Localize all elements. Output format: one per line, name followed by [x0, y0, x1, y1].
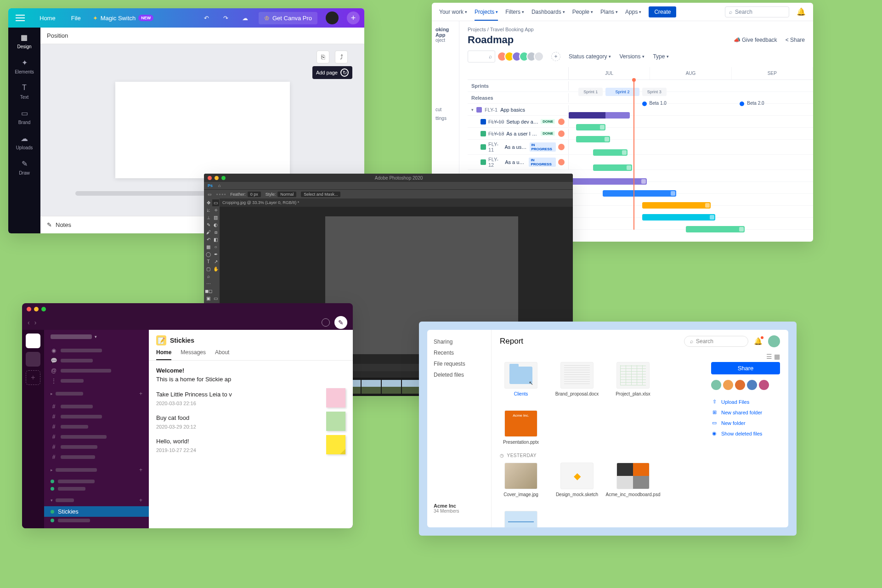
apps-header[interactable]: ▾+: [44, 494, 149, 506]
channel-item[interactable]: #: [44, 452, 149, 462]
sidebar-filerequests[interactable]: File requests: [434, 358, 485, 369]
feather-input[interactable]: 0 px: [248, 192, 261, 197]
sidebar-app-item[interactable]: [44, 517, 149, 524]
sidebar-app-stickies[interactable]: Stickies: [44, 506, 149, 517]
file-item[interactable]: Acme_inc_moodboard.psd: [612, 463, 654, 497]
sidebar-text[interactable]: TText: [19, 83, 29, 100]
tab-home[interactable]: Home: [156, 349, 171, 360]
tab-messages[interactable]: Messages: [181, 349, 206, 360]
minimize-window-icon[interactable]: [34, 307, 39, 311]
blur-tool[interactable]: ○: [212, 243, 219, 250]
dodge-tool[interactable]: ◯: [205, 251, 212, 258]
sticky-note[interactable]: Hello, world!2019-10-27 22:24: [156, 438, 345, 453]
channel-item[interactable]: #: [44, 432, 149, 442]
position-toolbar[interactable]: Position: [40, 28, 364, 44]
story-row[interactable]: FLY-13As a user I can ...DONE: [468, 128, 813, 140]
sidebar-deleted[interactable]: Deleted files: [434, 369, 485, 380]
search-input[interactable]: ⌕Search: [725, 6, 789, 17]
type-filter[interactable]: Type▾: [653, 53, 669, 60]
wand-tool[interactable]: ✧: [212, 207, 219, 214]
view-toggle[interactable]: ☰ ▦: [766, 353, 780, 362]
nav-yourwork[interactable]: Your work▾: [439, 9, 467, 15]
history-brush-tool[interactable]: ↶: [205, 236, 212, 243]
story-bar[interactable]: [593, 149, 627, 156]
duplicate-page-button[interactable]: ⎘: [317, 51, 329, 63]
nav-filters[interactable]: Filters▾: [505, 9, 524, 15]
get-pro-button[interactable]: ♔ Get Canva Pro: [259, 12, 317, 24]
channel-item[interactable]: #: [44, 442, 149, 452]
eyedropper-tool[interactable]: ✎: [205, 221, 212, 228]
channel-name[interactable]: Stickies: [170, 337, 194, 344]
pen-tool[interactable]: ✒: [212, 251, 219, 258]
sidebar-uploads[interactable]: ☁Uploads: [16, 133, 33, 150]
home-icon[interactable]: ⌂: [218, 183, 220, 188]
sidebar-recents[interactable]: Recents: [434, 347, 485, 358]
sidebar-item[interactable]: ◉: [44, 345, 149, 356]
path-tool[interactable]: ↗: [212, 258, 219, 265]
member-avatar[interactable]: [723, 380, 733, 390]
filmstrip-thumb[interactable]: [362, 380, 381, 394]
tab-about[interactable]: About: [215, 349, 229, 360]
action-link[interactable]: ▭New folder: [711, 418, 780, 428]
lasso-tool[interactable]: ⟀: [205, 207, 212, 214]
story-row[interactable]: FLY-11As a user...IN PROGRESS: [468, 140, 813, 155]
minimize-window-icon[interactable]: [215, 176, 219, 180]
zoom-tool[interactable]: ⌕: [205, 273, 212, 280]
account-avatar[interactable]: [768, 335, 780, 347]
dm-item[interactable]: [44, 478, 149, 485]
action-link[interactable]: ⊞New shared folder: [711, 407, 780, 418]
file-item[interactable]: ◆Design_mock.sketch: [556, 463, 598, 497]
sidebar-brand[interactable]: ▭Brand: [18, 108, 31, 125]
story-row[interactable]: FLY-12As a use...IN PROGRESS: [468, 155, 813, 170]
add-workspace[interactable]: +: [26, 370, 40, 385]
maximize-window-icon[interactable]: [41, 307, 46, 311]
ps-logo-icon[interactable]: Ps: [208, 183, 213, 188]
sidebar-item[interactable]: @: [44, 366, 149, 376]
sticky-note[interactable]: Buy cat food2020-03-29 20:12: [156, 414, 345, 430]
assignee-avatar[interactable]: [558, 159, 565, 165]
sidebar-item[interactable]: 💬: [44, 356, 149, 366]
select-and-mask-button[interactable]: Select and Mask...: [301, 192, 340, 197]
story-row[interactable]: FLY-10Setup dev and ...DONE: [468, 116, 813, 128]
team-footer[interactable]: Acme Inc 34 Members: [434, 503, 459, 520]
roadmap-search[interactable]: ⌕: [468, 51, 495, 62]
file-item[interactable]: ↖Clients: [500, 362, 542, 396]
file-item[interactable]: Rollout_map.pdf: [500, 511, 542, 527]
feedback-button[interactable]: 📣 Give feedback: [734, 37, 777, 43]
action-link[interactable]: ◉Show deleted files: [711, 428, 780, 439]
filmstrip-thumb[interactable]: [402, 380, 421, 394]
notifications-icon[interactable]: 🔔: [797, 7, 806, 16]
history-icon[interactable]: [322, 318, 330, 327]
nav-dashboards[interactable]: Dashboards▾: [531, 9, 565, 15]
roadmap-bar[interactable]: [642, 202, 711, 209]
story-bar[interactable]: [576, 124, 605, 130]
roadmap-bar[interactable]: [603, 190, 676, 197]
channel-item[interactable]: #: [44, 412, 149, 422]
member-avatar[interactable]: [747, 380, 757, 390]
redo-button[interactable]: ↷: [220, 12, 231, 23]
file-item[interactable]: Brand_proposal.docx: [556, 362, 598, 396]
sticky-note[interactable]: Take Little Princess Leia to v2020-03-03…: [156, 391, 345, 406]
roadmap-bar[interactable]: [686, 226, 745, 232]
document-tab[interactable]: Cropping.jpg @ 33.3% (Layer 0, RGB/8) *: [220, 198, 573, 207]
cloud-sync-icon[interactable]: ☁: [239, 12, 250, 23]
add-page-button[interactable]: ⤴: [335, 51, 348, 63]
crop-tool[interactable]: ⟂: [205, 214, 212, 221]
shape-tool[interactable]: ▢: [205, 266, 212, 272]
hamburger-icon[interactable]: [16, 17, 25, 18]
marquee-tool-icon[interactable]: ▭: [208, 192, 212, 197]
type-tool[interactable]: T: [205, 258, 212, 265]
sidebar-item[interactable]: ⋮: [44, 376, 149, 386]
file-button[interactable]: File: [68, 13, 85, 23]
heal-tool[interactable]: ◐: [212, 221, 219, 228]
compose-button[interactable]: ✎: [334, 316, 347, 329]
member-avatar[interactable]: [759, 380, 769, 390]
nav-projects[interactable]: Projects▾: [475, 9, 498, 21]
assignee-avatar[interactable]: [558, 119, 565, 125]
create-button[interactable]: Create: [649, 6, 676, 17]
hand-tool[interactable]: ✋: [212, 266, 219, 272]
eraser-tool[interactable]: ◧: [212, 236, 219, 243]
frame-tool[interactable]: ▥: [212, 214, 219, 221]
gradient-tool[interactable]: ▦: [205, 243, 212, 250]
home-button[interactable]: Home: [36, 13, 59, 23]
